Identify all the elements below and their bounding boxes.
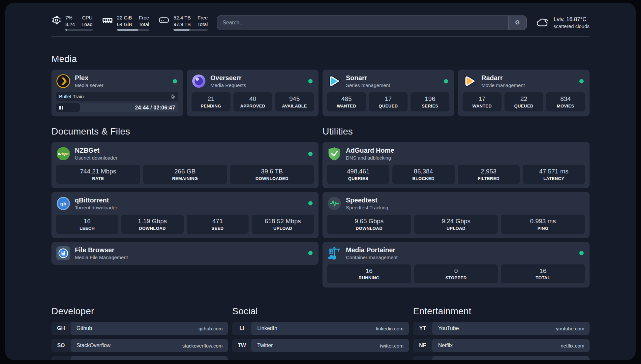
link-url: github.com [198, 326, 223, 331]
status-online-dot [308, 152, 313, 156]
stat-value: 16 [58, 217, 116, 225]
weather-widget: Lviv, 16.87°C scattered clouds [536, 16, 590, 29]
stat-value: 16 [503, 267, 583, 275]
stat-tile: 196 SERIES [411, 92, 449, 111]
status-online-dot [308, 201, 313, 205]
app-description: DNS and adblocking [346, 155, 585, 161]
memory-free-label: Free [138, 15, 149, 21]
stat-label: BLOCKED [394, 176, 453, 181]
link-linkedin[interactable]: LI LinkedIn linkedin.com [232, 322, 409, 335]
stat-label: QUERIES [329, 176, 387, 181]
stat-value: 9.24 Gbps [416, 217, 496, 225]
stat-label: SERIES [412, 104, 447, 108]
search-engine-button[interactable]: G [508, 16, 526, 30]
stat-label: QUEUED [371, 104, 406, 108]
cpu-chip-icon [51, 15, 61, 25]
link-url: netflix.com [561, 343, 584, 349]
section-title-documents: Documents & Files [51, 126, 319, 137]
stat-tile: 16 LEECH [56, 215, 118, 234]
adguard-app-link[interactable]: AdGuard Home DNS and adblocking [327, 146, 585, 161]
stat-tile: 9.65 Gbps DOWNLOAD [327, 215, 411, 234]
radarr-app-link[interactable]: Radarr Movie management [463, 74, 585, 88]
link-name: YouTube [438, 325, 459, 331]
plex-app-link[interactable]: Plex Media server [56, 74, 178, 88]
app-description: Speedtest Tracking [346, 205, 585, 210]
playback-progress-bar[interactable]: 24:44 / 02:06:47 [56, 103, 178, 112]
stat-label: REMAINING [145, 176, 225, 181]
svg-text:nzbget: nzbget [58, 152, 69, 156]
link-twitter[interactable]: TW Twitter twitter.com [232, 339, 409, 352]
memory-usage-bar [117, 29, 149, 31]
stat-label: APPROVED [235, 104, 270, 108]
stat-label: STOPPED [416, 275, 496, 280]
nzbget-app-link[interactable]: nzbget NZBGet Usenet downloader [56, 146, 314, 161]
section-title-media: Media [51, 54, 590, 64]
storage-usage-bar [173, 29, 208, 31]
link-name: StackOverflow [76, 343, 110, 349]
sonarr-app-link[interactable]: Sonarr Series management [327, 74, 449, 88]
stat-label: MOVIES [548, 104, 583, 108]
reddit-abbr-icon: RE [413, 356, 432, 360]
stat-tile: 945 AVAILABLE [275, 92, 314, 111]
pause-button[interactable] [59, 106, 63, 109]
stat-label: AVAILABLE [277, 104, 312, 108]
overseerr-card: Overseerr Media Requests 21 PENDING 40 A… [187, 70, 319, 116]
stat-label: UPLOAD [254, 226, 312, 231]
link-url: stackoverflow.com [182, 343, 223, 349]
filebrowser-app-link[interactable]: File Browser Media File Management [56, 246, 314, 260]
gear-icon[interactable] [170, 94, 175, 99]
search-input[interactable] [217, 16, 508, 30]
speedtest-pulse-icon [327, 196, 342, 211]
stat-label: LATENCY [525, 176, 583, 181]
stat-label: UPLOAD [416, 226, 496, 231]
overseerr-app-link[interactable]: Overseerr Media Requests [192, 74, 314, 88]
adguard-card: AdGuard Home DNS and adblocking 498,461 … [322, 142, 590, 188]
playback-time: 24:44 / 02:06:47 [135, 105, 175, 111]
stat-value: 22 [506, 95, 541, 103]
stat-value: 834 [548, 95, 583, 103]
stackoverflow-abbr-icon: SO [51, 339, 71, 352]
stat-value: 86,384 [394, 167, 453, 175]
portainer-app-link[interactable]: Media Portainer Container management [327, 246, 585, 260]
cpu-usage-bar [65, 29, 93, 31]
stat-tile: 17 WANTED [463, 92, 502, 111]
link-netflix[interactable]: NF Netflix netflix.com [413, 339, 590, 352]
stat-value: 16 [329, 267, 409, 275]
speedtest-app-link[interactable]: Speedtest Speedtest Tracking [327, 196, 585, 211]
qbittorrent-app-link[interactable]: qb qBittorrent Torrent downloader [56, 196, 314, 211]
app-name: Sonarr [346, 74, 440, 82]
storage-metric: 52.4 TB 97.9 TB Free Total [158, 15, 208, 31]
app-name: Radarr [481, 74, 575, 82]
utilities-column: Utilities [322, 126, 590, 288]
link-dev-to[interactable]: DT DEV dev.to [51, 356, 228, 360]
cpu-load-label: Load [81, 21, 92, 28]
radarr-icon [463, 74, 477, 88]
stat-tile: 0.993 ms PING [501, 215, 585, 234]
stat-value: 17 [465, 95, 500, 103]
search-bar: G [217, 15, 527, 30]
app-name: NZBGet [75, 147, 304, 154]
stat-value: 0.993 ms [503, 217, 583, 225]
svg-text:qb: qb [60, 200, 66, 206]
link-reddit[interactable]: RE Reddit reddit.com [413, 356, 590, 360]
stat-value: 9.65 Gbps [329, 217, 409, 225]
link-stackoverflow[interactable]: SO StackOverflow stackoverflow.com [51, 339, 228, 352]
status-online-dot [444, 79, 448, 83]
memory-free-value: 22 GiB [117, 15, 132, 21]
developer-section: Developer GH Github github.com SO StackO… [51, 306, 228, 360]
qbittorrent-icon: qb [56, 196, 71, 211]
disk-icon [158, 15, 169, 25]
link-github[interactable]: GH Github github.com [51, 322, 228, 335]
now-playing-title: Bullet Train [59, 94, 170, 99]
app-name: Overseerr [210, 74, 304, 82]
app-description: Media server [75, 82, 168, 88]
stat-tile: 834 MOVIES [546, 92, 585, 111]
stat-label: DOWNLOAD [329, 226, 409, 231]
stat-value: 196 [412, 95, 447, 103]
stat-tile: 40 APPROVED [233, 92, 272, 111]
link-youtube[interactable]: YT YouTube youtube.com [413, 322, 590, 335]
stat-tile: 21 PENDING [192, 92, 230, 111]
app-name: File Browser [75, 246, 304, 254]
social-section: Social LI LinkedIn linkedin.com TW Twitt… [232, 306, 409, 352]
stat-tile: 1.19 Gbps DOWNLOAD [121, 215, 184, 234]
